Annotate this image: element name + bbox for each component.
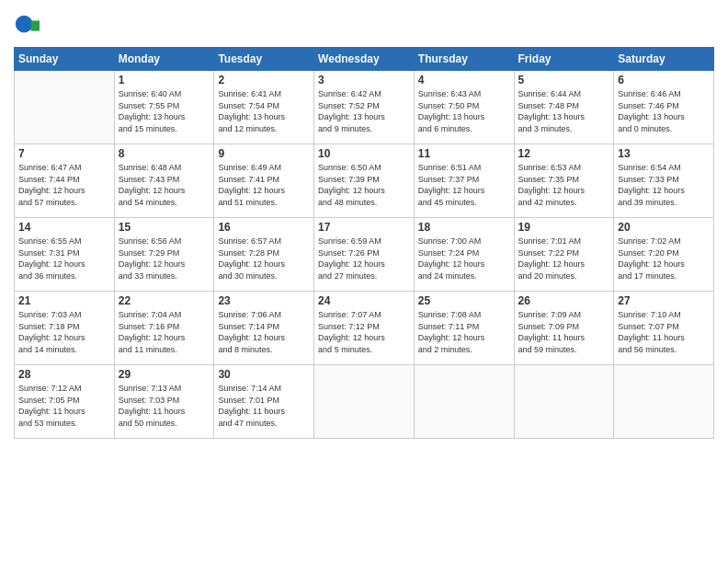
day-content: Sunrise: 6:49 AM Sunset: 7:41 PM Dayligh… (218, 162, 310, 208)
col-friday: Friday (514, 48, 614, 71)
table-row: 5Sunrise: 6:44 AM Sunset: 7:48 PM Daylig… (514, 71, 614, 144)
svg-point-0 (16, 16, 33, 33)
day-content: Sunrise: 6:46 AM Sunset: 7:46 PM Dayligh… (618, 88, 710, 134)
logo (14, 14, 44, 40)
day-number: 12 (518, 147, 610, 160)
day-number: 10 (318, 147, 410, 160)
day-content: Sunrise: 7:02 AM Sunset: 7:20 PM Dayligh… (618, 236, 710, 282)
day-content: Sunrise: 7:04 AM Sunset: 7:16 PM Dayligh… (119, 309, 210, 355)
table-row: 4Sunrise: 6:43 AM Sunset: 7:50 PM Daylig… (414, 71, 514, 144)
col-tuesday: Tuesday (214, 48, 314, 71)
day-content: Sunrise: 6:53 AM Sunset: 7:35 PM Dayligh… (518, 162, 610, 208)
day-content: Sunrise: 6:57 AM Sunset: 7:28 PM Dayligh… (218, 236, 310, 282)
col-sunday: Sunday (15, 48, 115, 71)
table-row: 21Sunrise: 7:03 AM Sunset: 7:18 PM Dayli… (15, 292, 115, 365)
table-row: 6Sunrise: 6:46 AM Sunset: 7:46 PM Daylig… (614, 71, 714, 144)
table-row (614, 365, 714, 439)
calendar-week-row: 21Sunrise: 7:03 AM Sunset: 7:18 PM Dayli… (15, 292, 714, 365)
table-row: 26Sunrise: 7:09 AM Sunset: 7:09 PM Dayli… (514, 292, 614, 365)
day-content: Sunrise: 7:08 AM Sunset: 7:11 PM Dayligh… (418, 309, 510, 355)
table-row (15, 71, 115, 144)
header (14, 9, 714, 40)
day-number: 14 (18, 221, 110, 234)
day-number: 8 (119, 147, 210, 160)
day-content: Sunrise: 7:10 AM Sunset: 7:07 PM Dayligh… (618, 309, 710, 355)
day-content: Sunrise: 6:48 AM Sunset: 7:43 PM Dayligh… (119, 162, 210, 208)
table-row: 30Sunrise: 7:14 AM Sunset: 7:01 PM Dayli… (214, 365, 314, 439)
table-row: 19Sunrise: 7:01 AM Sunset: 7:22 PM Dayli… (514, 218, 614, 292)
day-content: Sunrise: 7:00 AM Sunset: 7:24 PM Dayligh… (418, 236, 510, 282)
day-content: Sunrise: 6:54 AM Sunset: 7:33 PM Dayligh… (618, 162, 710, 208)
calendar-week-row: 7Sunrise: 6:47 AM Sunset: 7:44 PM Daylig… (15, 144, 714, 218)
calendar-table: Sunday Monday Tuesday Wednesday Thursday… (14, 47, 714, 439)
day-number: 20 (618, 221, 710, 234)
day-number: 16 (218, 221, 310, 234)
day-number: 7 (18, 147, 110, 160)
day-number: 21 (18, 294, 110, 307)
table-row: 28Sunrise: 7:12 AM Sunset: 7:05 PM Dayli… (15, 365, 115, 439)
day-number: 28 (18, 368, 110, 381)
table-row: 15Sunrise: 6:56 AM Sunset: 7:29 PM Dayli… (114, 218, 214, 292)
day-number: 30 (218, 368, 310, 381)
day-number: 29 (119, 368, 210, 381)
table-row (414, 365, 514, 439)
day-content: Sunrise: 7:13 AM Sunset: 7:03 PM Dayligh… (119, 383, 210, 429)
table-row: 10Sunrise: 6:50 AM Sunset: 7:39 PM Dayli… (314, 144, 415, 218)
day-content: Sunrise: 6:56 AM Sunset: 7:29 PM Dayligh… (119, 236, 210, 282)
day-number: 19 (518, 221, 610, 234)
day-number: 25 (418, 294, 510, 307)
day-number: 4 (418, 74, 510, 86)
day-content: Sunrise: 7:07 AM Sunset: 7:12 PM Dayligh… (318, 309, 410, 355)
calendar-header-row: Sunday Monday Tuesday Wednesday Thursday… (15, 48, 714, 71)
day-content: Sunrise: 6:44 AM Sunset: 7:48 PM Dayligh… (518, 88, 610, 134)
table-row: 3Sunrise: 6:42 AM Sunset: 7:52 PM Daylig… (314, 71, 415, 144)
table-row: 8Sunrise: 6:48 AM Sunset: 7:43 PM Daylig… (114, 144, 214, 218)
table-row (514, 365, 614, 439)
day-number: 18 (418, 221, 510, 234)
day-content: Sunrise: 7:14 AM Sunset: 7:01 PM Dayligh… (218, 383, 310, 429)
table-row: 18Sunrise: 7:00 AM Sunset: 7:24 PM Dayli… (414, 218, 514, 292)
day-number: 17 (318, 221, 410, 234)
table-row: 25Sunrise: 7:08 AM Sunset: 7:11 PM Dayli… (414, 292, 514, 365)
day-number: 22 (119, 294, 210, 307)
day-number: 24 (318, 294, 410, 307)
table-row: 22Sunrise: 7:04 AM Sunset: 7:16 PM Dayli… (114, 292, 214, 365)
calendar-week-row: 28Sunrise: 7:12 AM Sunset: 7:05 PM Dayli… (15, 365, 714, 439)
col-thursday: Thursday (414, 48, 514, 71)
table-row: 7Sunrise: 6:47 AM Sunset: 7:44 PM Daylig… (15, 144, 115, 218)
day-content: Sunrise: 6:43 AM Sunset: 7:50 PM Dayligh… (418, 88, 510, 134)
day-number: 1 (119, 74, 210, 86)
day-number: 26 (518, 294, 610, 307)
day-number: 9 (218, 147, 310, 160)
table-row: 27Sunrise: 7:10 AM Sunset: 7:07 PM Dayli… (614, 292, 714, 365)
day-content: Sunrise: 6:41 AM Sunset: 7:54 PM Dayligh… (218, 88, 310, 134)
day-number: 27 (618, 294, 710, 307)
day-content: Sunrise: 6:51 AM Sunset: 7:37 PM Dayligh… (418, 162, 510, 208)
calendar-week-row: 1Sunrise: 6:40 AM Sunset: 7:55 PM Daylig… (15, 71, 714, 144)
day-content: Sunrise: 6:50 AM Sunset: 7:39 PM Dayligh… (318, 162, 410, 208)
day-number: 11 (418, 147, 510, 160)
day-content: Sunrise: 6:42 AM Sunset: 7:52 PM Dayligh… (318, 88, 410, 134)
table-row: 11Sunrise: 6:51 AM Sunset: 7:37 PM Dayli… (414, 144, 514, 218)
day-content: Sunrise: 7:12 AM Sunset: 7:05 PM Dayligh… (18, 383, 110, 429)
day-content: Sunrise: 6:59 AM Sunset: 7:26 PM Dayligh… (318, 236, 410, 282)
day-number: 2 (218, 74, 310, 86)
table-row: 12Sunrise: 6:53 AM Sunset: 7:35 PM Dayli… (514, 144, 614, 218)
table-row (314, 365, 415, 439)
day-number: 5 (518, 74, 610, 86)
day-number: 13 (618, 147, 710, 160)
day-content: Sunrise: 7:03 AM Sunset: 7:18 PM Dayligh… (18, 309, 110, 355)
day-number: 3 (318, 74, 410, 86)
table-row: 13Sunrise: 6:54 AM Sunset: 7:33 PM Dayli… (614, 144, 714, 218)
col-saturday: Saturday (614, 48, 714, 71)
day-content: Sunrise: 7:01 AM Sunset: 7:22 PM Dayligh… (518, 236, 610, 282)
table-row: 23Sunrise: 7:06 AM Sunset: 7:14 PM Dayli… (214, 292, 314, 365)
day-content: Sunrise: 6:40 AM Sunset: 7:55 PM Dayligh… (119, 88, 210, 134)
day-number: 23 (218, 294, 310, 307)
table-row: 20Sunrise: 7:02 AM Sunset: 7:20 PM Dayli… (614, 218, 714, 292)
svg-marker-1 (31, 20, 40, 30)
table-row: 9Sunrise: 6:49 AM Sunset: 7:41 PM Daylig… (214, 144, 314, 218)
col-wednesday: Wednesday (314, 48, 415, 71)
table-row: 17Sunrise: 6:59 AM Sunset: 7:26 PM Dayli… (314, 218, 415, 292)
calendar-week-row: 14Sunrise: 6:55 AM Sunset: 7:31 PM Dayli… (15, 218, 714, 292)
